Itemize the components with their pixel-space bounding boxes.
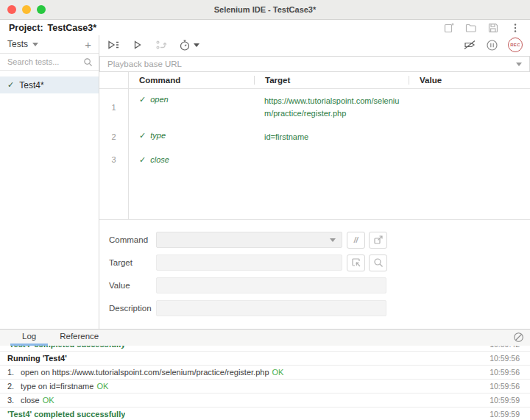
commands-table: 1 ✓open https://www.tutorialspoint.com/s… — [99, 89, 530, 220]
chevron-down-icon[interactable] — [32, 43, 38, 46]
command-passed-check-icon: ✓ — [139, 95, 146, 104]
target-cell — [254, 149, 409, 171]
kebab-menu-icon — [510, 22, 520, 34]
log-entry: 3. close OK 10:59:59 — [0, 394, 530, 407]
step-over-button[interactable] — [155, 39, 167, 51]
log-timestamp: 10:59:42 — [490, 346, 520, 349]
search-tests-input[interactable] — [7, 57, 83, 66]
select-target-button[interactable] — [347, 255, 365, 271]
table-row[interactable]: 1 ✓open https://www.tutorialspoint.com/s… — [99, 89, 530, 125]
disable-breakpoints-button[interactable] — [463, 39, 476, 51]
value-column-header: Value — [409, 76, 530, 85]
commands-table-header: Command Target Value — [99, 72, 530, 89]
play-icon — [132, 39, 144, 51]
element-selector-icon — [351, 257, 361, 268]
log-entry: Running 'Test4' 10:59:56 — [0, 352, 530, 366]
log-timestamp: 10:59:59 — [490, 396, 520, 405]
clear-log-icon — [513, 332, 524, 343]
record-button[interactable]: REC — [508, 38, 523, 52]
project-name: TestCase3* — [48, 23, 96, 33]
run-all-icon — [107, 39, 120, 51]
chevron-down-icon — [194, 43, 199, 47]
more-menu-button[interactable] — [509, 22, 521, 34]
table-row[interactable]: 3 ✓close — [99, 149, 530, 171]
description-input[interactable] — [156, 300, 386, 316]
log-step-number: 1. — [7, 368, 21, 377]
log-entry: 2. type on id=firstname OK 10:59:56 — [0, 380, 530, 394]
command-passed-check-icon: ✓ — [139, 155, 146, 164]
target-cell: https://www.tutorialspoint.com/selenium/… — [254, 89, 409, 125]
log-list: 'Test4' completed successfully 10:59:42 … — [0, 346, 530, 420]
command-passed-check-icon: ✓ — [139, 131, 146, 140]
value-field-label: Value — [109, 281, 156, 290]
open-in-new-window-button[interactable] — [369, 232, 387, 249]
row-number: 3 — [99, 149, 129, 171]
add-test-button[interactable]: + — [85, 39, 91, 50]
log-entry: 'Test4' completed successfully 10:59:42 — [0, 346, 530, 352]
command-cell: close — [150, 155, 169, 164]
search-icon — [83, 57, 93, 67]
new-project-button[interactable] — [443, 22, 455, 34]
tab-log[interactable]: Log — [10, 330, 48, 346]
clear-log-button[interactable] — [513, 332, 524, 343]
project-bar: Project: TestCase3* — [0, 20, 530, 35]
command-field-label: Command — [109, 235, 156, 244]
search-icon — [373, 257, 384, 268]
find-target-button[interactable] — [369, 255, 387, 271]
log-entry: 1. open on https://www.tutorialspoint.co… — [0, 366, 530, 380]
target-column-header: Target — [254, 76, 409, 85]
log-ok-status: OK — [272, 368, 284, 377]
log-timestamp: 10:59:59 — [490, 410, 520, 419]
tests-sidebar: Tests + ✓ Test4* — [0, 35, 99, 329]
table-empty-area — [99, 171, 530, 220]
target-input[interactable] — [156, 255, 342, 271]
row-number-header — [99, 72, 129, 88]
test-name: Test4* — [19, 80, 43, 90]
pause-icon — [486, 39, 498, 51]
log-ok-status: OK — [43, 396, 54, 405]
value-cell — [409, 149, 530, 171]
command-select[interactable] — [156, 232, 342, 248]
step-over-icon — [155, 39, 167, 51]
tests-dropdown[interactable]: Tests — [7, 39, 28, 49]
target-field-label: Target — [109, 258, 156, 267]
project-label: Project: — [9, 23, 43, 33]
test-list: ✓ Test4* — [0, 76, 99, 93]
table-row[interactable]: 2 ✓type id=firstname — [99, 125, 530, 149]
log-ok-status: OK — [96, 382, 108, 391]
chevron-down-icon[interactable] — [516, 63, 522, 66]
playback-base-url-input[interactable] — [100, 60, 512, 68]
value-cell — [409, 89, 530, 125]
test-item-test4[interactable]: ✓ Test4* — [0, 76, 99, 93]
toggle-comment-button[interactable]: // — [347, 232, 365, 249]
test-passed-check-icon: ✓ — [7, 80, 14, 90]
command-cell: open — [150, 95, 168, 104]
log-timestamp: 10:59:56 — [490, 354, 520, 363]
open-project-button[interactable] — [465, 22, 477, 34]
window-title: Selenium IDE - TestCase3* — [0, 5, 530, 14]
save-icon — [487, 22, 499, 34]
playback-toolbar: REC — [99, 35, 530, 54]
pause-on-exceptions-button[interactable] — [486, 39, 498, 51]
row-number: 2 — [99, 125, 129, 149]
comment-icon: // — [354, 236, 358, 244]
run-all-tests-button[interactable] — [107, 39, 120, 51]
log-timestamp: 10:59:56 — [490, 368, 520, 377]
test-speed-button[interactable] — [179, 39, 199, 51]
row-number: 1 — [99, 89, 129, 125]
command-cell: type — [150, 131, 166, 140]
log-panel: Log Reference 'Test4' completed successf… — [0, 329, 530, 420]
log-step-number: 3. — [7, 396, 21, 405]
disable-breakpoints-icon — [463, 39, 476, 51]
playback-base-url — [99, 56, 530, 72]
save-project-button[interactable] — [487, 22, 499, 34]
log-panel-tabs: Log Reference — [0, 330, 530, 346]
tab-reference[interactable]: Reference — [48, 330, 110, 346]
log-step-number: 2. — [7, 382, 21, 391]
command-edit-form: Command // Target — [99, 220, 530, 329]
description-field-label: Description — [109, 304, 156, 313]
target-cell: id=firstname — [254, 125, 409, 149]
run-current-test-button[interactable] — [132, 39, 144, 51]
app-window: Selenium IDE - TestCase3* Project: TestC… — [0, 0, 530, 420]
value-input[interactable] — [156, 277, 386, 293]
